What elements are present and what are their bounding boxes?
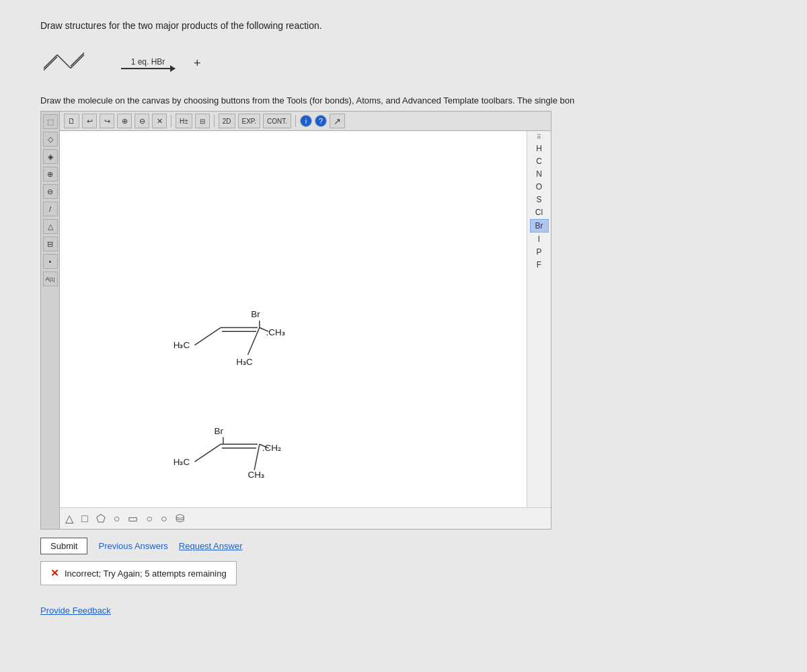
atom-H[interactable]: H [530, 142, 549, 155]
shape-pentagon[interactable]: ⬠ [96, 512, 106, 525]
zoom-in-btn[interactable]: ⊕ [117, 114, 132, 128]
svg-text:.CH₃: .CH₃ [266, 327, 285, 337]
tool-select[interactable]: ⬚ [43, 114, 58, 129]
reactant-structure [40, 43, 108, 83]
tool-lasso[interactable]: ◇ [43, 132, 58, 146]
tool-ring[interactable]: △ [43, 219, 58, 234]
svg-line-3 [71, 55, 84, 69]
reagent-label: 1 eq. HBr [131, 57, 165, 67]
2d-btn[interactable]: 2D [219, 114, 235, 128]
atom-O[interactable]: O [530, 181, 549, 193]
info-btn[interactable]: i [300, 115, 312, 127]
shape-square[interactable]: □ [81, 513, 88, 525]
canvas-and-atoms: H₃C Br .CH₃ [60, 131, 551, 507]
sep2 [214, 115, 215, 127]
svg-text:H₃C: H₃C [236, 357, 253, 367]
error-message: ✕ Incorrect; Try Again; 5 attempts remai… [40, 561, 237, 585]
svg-text:Br: Br [214, 426, 223, 436]
reaction-arrow [121, 68, 175, 69]
atom-C[interactable]: C [530, 155, 549, 167]
shape-rounded-rect[interactable]: ▭ [128, 512, 138, 525]
atom-I[interactable]: I [530, 233, 549, 245]
tool-dot[interactable]: • [43, 254, 58, 269]
svg-line-4 [71, 53, 84, 67]
previous-answers-link[interactable]: Previous Answers [98, 541, 167, 551]
plus-sign: + [194, 56, 201, 71]
svg-line-1 [44, 57, 57, 71]
tool-zoom-plus[interactable]: ⊕ [43, 167, 58, 181]
undo-btn[interactable]: ↩ [82, 114, 97, 128]
cont-btn[interactable]: CONT. [263, 114, 291, 128]
atom-grid-icon: ⠿ [537, 134, 541, 140]
instruction-text: Draw the molecule on the canvas by choos… [40, 95, 767, 106]
svg-text:CH₃: CH₃ [248, 470, 264, 480]
sep3 [295, 115, 296, 127]
shape-triangle[interactable]: △ [65, 512, 73, 525]
drawing-canvas[interactable]: H₃C Br .CH₃ [60, 131, 527, 507]
atom-S[interactable]: S [530, 194, 549, 206]
help-btn[interactable]: ? [315, 115, 327, 127]
shape-structure[interactable]: ⛁ [176, 512, 184, 525]
question-text: Draw structures for the two major produc… [40, 20, 767, 31]
error-text: Incorrect; Try Again; 5 attempts remaini… [65, 569, 227, 579]
atom-Cl[interactable]: Cl [530, 206, 549, 218]
reaction-row: 1 eq. HBr + [40, 43, 767, 83]
tool-bond[interactable]: / [43, 202, 58, 216]
reaction-arrow-container: 1 eq. HBr [121, 57, 175, 69]
exp-btn[interactable]: EXP. [238, 114, 261, 128]
svg-line-0 [44, 55, 57, 69]
svg-line-6 [194, 328, 221, 345]
svg-text:.CH₂: .CH₂ [262, 443, 281, 453]
redo-btn[interactable]: ↪ [100, 114, 114, 128]
layout-btn[interactable]: ⊟ [195, 114, 210, 128]
h-count-btn[interactable]: H± [176, 114, 192, 128]
editor-main: 🗋 ↩ ↪ ⊕ ⊖ ✕ H± ⊟ 2D EXP. CONT. i ? ↗ [60, 112, 551, 529]
tool-zoom-minus[interactable]: ⊖ [43, 184, 58, 199]
atoms-panel: ⠿ H C N O S Cl Br I P F [527, 131, 551, 507]
tool-eraser[interactable]: ◈ [43, 149, 58, 164]
error-icon: ✕ [50, 567, 59, 579]
clear-btn[interactable]: ✕ [152, 114, 167, 128]
left-toolbar: ⬚ ◇ ◈ ⊕ ⊖ / △ ⊟ • A[1] [41, 112, 60, 529]
request-answer-link[interactable]: Request Answer [179, 541, 243, 551]
svg-text:Br: Br [251, 309, 260, 319]
action-row: Submit Previous Answers Request Answer [40, 538, 767, 554]
shape-circle3[interactable]: ○ [161, 513, 167, 525]
svg-text:H₃C: H₃C [174, 340, 190, 350]
new-file-btn[interactable]: 🗋 [64, 114, 79, 128]
atom-P[interactable]: P [530, 246, 549, 258]
sep1 [171, 115, 171, 127]
tool-template[interactable]: ⊟ [43, 237, 58, 251]
shape-circle2[interactable]: ○ [146, 513, 153, 525]
canvas-svg: H₃C Br .CH₃ [60, 131, 527, 507]
atom-Br[interactable]: Br [530, 219, 549, 233]
arrow-btn[interactable]: ↗ [330, 114, 345, 128]
top-toolbar: 🗋 ↩ ↪ ⊕ ⊖ ✕ H± ⊟ 2D EXP. CONT. i ? ↗ [60, 112, 551, 131]
svg-text:H₃C: H₃C [174, 457, 190, 467]
zoom-out-btn[interactable]: ⊖ [134, 114, 149, 128]
svg-line-16 [194, 444, 221, 462]
svg-line-2 [57, 55, 71, 69]
feedback-link[interactable]: Provide Feedback [40, 605, 111, 616]
atom-N[interactable]: N [530, 168, 549, 180]
bottom-shapes-toolbar: △ □ ⬠ ○ ▭ ○ ○ ⛁ [60, 507, 551, 529]
submit-button[interactable]: Submit [40, 538, 87, 554]
editor-container: ⬚ ◇ ◈ ⊕ ⊖ / △ ⊟ • A[1] 🗋 ↩ ↪ ⊕ ⊖ ✕ H± ⊟ [40, 111, 551, 530]
atom-F[interactable]: F [530, 259, 549, 271]
tool-atom-map[interactable]: A[1] [43, 271, 58, 286]
shape-circle[interactable]: ○ [114, 513, 120, 525]
